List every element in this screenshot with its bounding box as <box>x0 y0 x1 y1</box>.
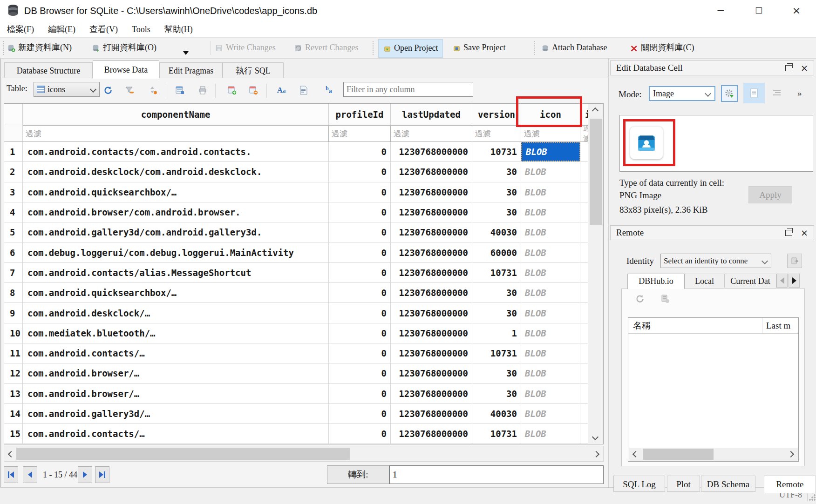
open-database-button[interactable]: 打開資料庫(O) <box>92 39 156 57</box>
componentName-cell[interactable]: com.android.browser/… <box>23 384 329 404</box>
icon-blob-cell[interactable]: BLOB <box>521 263 580 283</box>
remote-tab-local[interactable]: Local <box>685 274 724 288</box>
column-header-lastUpdated[interactable]: lastUpdated <box>391 104 472 125</box>
profileId-cell[interactable]: 0 <box>329 384 391 404</box>
lastUpdated-cell[interactable]: 1230768000000 <box>391 424 472 444</box>
row-number-cell[interactable]: 5 <box>4 222 23 242</box>
lastUpdated-cell[interactable]: 1230768000000 <box>391 242 472 262</box>
clipped-cell[interactable] <box>580 283 588 303</box>
save-project-button[interactable]: Save Project <box>453 39 505 57</box>
menu-tools[interactable]: Tools <box>125 25 157 34</box>
goto-button[interactable]: 轉到: <box>327 465 389 484</box>
version-cell[interactable]: 10731 <box>472 142 521 162</box>
tab-db-schema[interactable]: DB Schema <box>701 476 755 492</box>
row-number-cell[interactable]: 3 <box>4 182 23 202</box>
row-number-cell[interactable]: 8 <box>4 283 23 303</box>
version-cell[interactable]: 40030 <box>472 222 521 242</box>
filter-cell[interactable]: 過濾 <box>521 125 580 142</box>
scroll-right-icon[interactable] <box>593 451 599 457</box>
remote-horizontal-scrollbar[interactable] <box>629 448 798 461</box>
tab-scroll-left-button[interactable] <box>776 274 788 288</box>
componentName-cell[interactable]: com.android.browser/com.android.browser. <box>23 202 329 222</box>
lastUpdated-cell[interactable]: 1230768000000 <box>391 343 472 363</box>
version-cell[interactable]: 30 <box>472 363 521 383</box>
import-certificate-button[interactable] <box>787 254 802 268</box>
filter-cell[interactable]: 過濾 <box>580 125 588 142</box>
close-button[interactable]: × <box>785 0 808 21</box>
clipped-cell[interactable] <box>580 303 588 323</box>
row-number-cell[interactable]: 2 <box>4 162 23 182</box>
version-cell[interactable]: 30 <box>472 283 521 303</box>
icon-blob-cell[interactable]: BLOB <box>521 142 580 161</box>
icon-blob-cell[interactable]: BLOB <box>521 283 580 303</box>
scroll-left-icon[interactable] <box>8 451 14 457</box>
remote-column-name[interactable]: 名稱 <box>628 318 762 333</box>
tab-browse-data[interactable]: Browse Data <box>93 60 159 79</box>
remote-column-last-modified[interactable]: Last m <box>762 318 790 333</box>
close-database-button[interactable]: × 關閉資料庫(C) <box>630 39 694 57</box>
menu-view[interactable]: 查看(V) <box>82 24 125 35</box>
row-number-cell[interactable]: 6 <box>4 242 23 262</box>
row-number-cell[interactable]: 4 <box>4 202 23 222</box>
horizontal-scrollbar[interactable] <box>4 446 604 462</box>
lastUpdated-cell[interactable]: 1230768000000 <box>391 202 472 222</box>
componentName-cell[interactable]: com.android.browser/… <box>23 363 329 383</box>
icon-blob-cell[interactable]: BLOB <box>521 202 580 222</box>
componentName-cell[interactable]: com.android.contacts/com.android.contact… <box>23 142 329 162</box>
insert-record-button[interactable] <box>226 85 238 96</box>
row-number-cell[interactable]: 7 <box>4 263 23 283</box>
icon-blob-cell[interactable]: BLOB <box>521 424 580 444</box>
componentName-cell[interactable]: com.mediatek.bluetooth/… <box>23 323 329 343</box>
componentName-cell[interactable]: com.android.contacts/alias.MessageShortc… <box>23 263 329 283</box>
scroll-left-icon[interactable] <box>632 451 639 457</box>
filter-cell[interactable]: 過濾 <box>391 125 472 142</box>
resize-grip-icon[interactable] <box>809 494 816 501</box>
filter-cell[interactable]: 過濾 <box>472 125 521 142</box>
row-number-cell[interactable]: 1 <box>4 142 23 162</box>
filter-any-column-input[interactable] <box>343 82 473 97</box>
icon-blob-cell[interactable]: BLOB <box>521 222 580 242</box>
clipped-cell[interactable] <box>580 263 588 283</box>
componentName-cell[interactable]: com.android.deskclock/… <box>23 303 329 323</box>
lastUpdated-cell[interactable]: 1230768000000 <box>391 283 472 303</box>
row-number-cell[interactable]: 14 <box>4 404 23 424</box>
remote-tab-dbhub[interactable]: DBHub.io <box>627 274 685 289</box>
row-number-cell[interactable]: 13 <box>4 384 23 404</box>
open-project-button[interactable]: Open Project <box>378 39 443 58</box>
clipped-cell[interactable] <box>580 384 588 404</box>
version-cell[interactable]: 30 <box>472 303 521 323</box>
first-page-button[interactable] <box>4 466 18 483</box>
new-database-button[interactable]: 新建資料庫(N) <box>7 39 72 57</box>
text-mode-button[interactable] <box>743 83 765 103</box>
filter-cell[interactable]: 過濾 <box>23 125 329 142</box>
maximize-button[interactable]: ☐ <box>748 0 770 21</box>
scroll-down-icon[interactable] <box>592 434 598 440</box>
print-button[interactable] <box>197 85 209 96</box>
goto-record-input[interactable] <box>389 465 604 484</box>
version-cell[interactable]: 10731 <box>472 424 521 444</box>
column-header-componentName[interactable]: componentName <box>23 104 329 125</box>
tab-plot[interactable]: Plot <box>667 476 700 492</box>
version-cell[interactable]: 10731 <box>472 343 521 363</box>
apply-button[interactable]: Apply <box>748 186 792 203</box>
attach-database-button[interactable]: Attach Database <box>541 39 607 57</box>
horizontal-scrollbar-thumb[interactable] <box>16 448 350 460</box>
table-combobox[interactable]: icons <box>34 82 100 97</box>
close-dock-icon[interactable]: × <box>801 64 808 73</box>
scroll-up-icon[interactable] <box>592 108 598 114</box>
profileId-cell[interactable]: 0 <box>329 363 391 383</box>
tab-database-structure[interactable]: Database Structure <box>4 62 93 78</box>
profileId-cell[interactable]: 0 <box>329 182 391 202</box>
menu-edit[interactable]: 編輯(E) <box>41 24 82 35</box>
icon-blob-cell[interactable]: BLOB <box>521 363 580 383</box>
componentName-cell[interactable]: com.android.contacts/… <box>23 424 329 444</box>
tab-execute-sql[interactable]: 執行 SQL <box>223 62 284 78</box>
clipped-cell[interactable] <box>580 323 588 343</box>
lastUpdated-cell[interactable]: 1230768000000 <box>391 363 472 383</box>
float-dock-icon[interactable] <box>785 65 792 71</box>
icon-blob-cell[interactable]: BLOB <box>521 404 580 424</box>
row-number-cell[interactable]: 12 <box>4 363 23 383</box>
clipped-cell[interactable] <box>580 182 588 202</box>
save-table-button[interactable] <box>174 85 185 96</box>
next-page-button[interactable] <box>78 466 92 483</box>
